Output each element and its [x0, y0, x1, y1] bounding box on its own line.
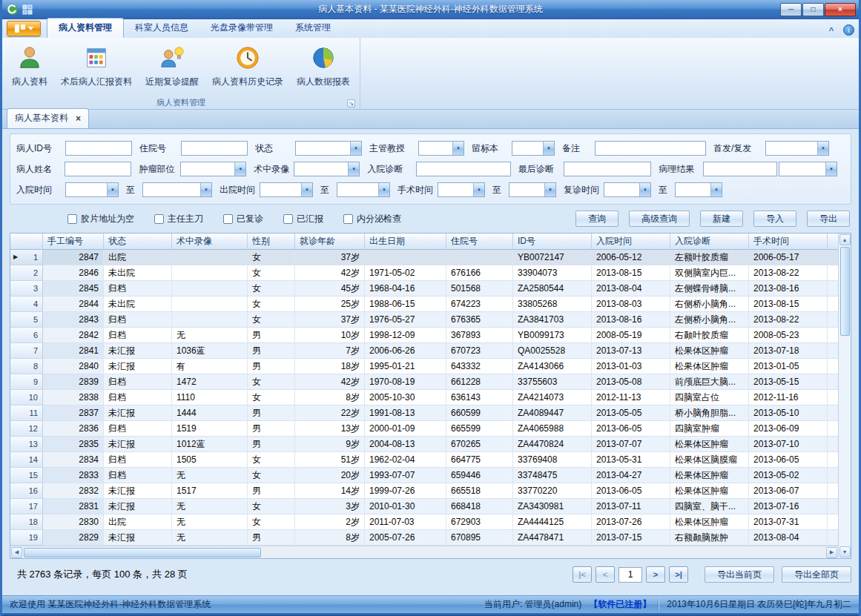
checkbox-icon[interactable] [154, 214, 164, 224]
checkbox-icon[interactable] [283, 214, 293, 224]
filter-input[interactable] [65, 141, 132, 156]
chevron-down-icon[interactable]: ▼ [825, 162, 837, 176]
vertical-scrollbar[interactable]: ▲ ▼ [838, 234, 851, 558]
filter-combo[interactable]: ▼ [604, 182, 651, 197]
action-button-4[interactable]: 导出 [807, 211, 850, 227]
filter-input[interactable] [416, 162, 511, 176]
chevron-down-icon[interactable]: ▼ [348, 162, 359, 176]
ribbon-tab-1[interactable]: 科室人员信息 [124, 19, 199, 38]
checkbox-option-3[interactable]: 已汇报 [283, 213, 323, 225]
table-row[interactable]: 22846未出院女42岁1971-05-02676166339040732013… [10, 265, 838, 281]
scroll-left-icon[interactable]: ◀ [11, 547, 22, 558]
checkbox-option-0[interactable]: 胶片地址为空 [67, 213, 134, 225]
ribbon-button-report[interactable]: 术后病人汇报资料 [54, 41, 139, 91]
checkbox-icon[interactable] [223, 214, 233, 224]
column-header-2[interactable]: 术中录像 [172, 234, 248, 250]
filter-combo[interactable]: ▼ [512, 141, 555, 156]
column-header-7[interactable]: ID号 [513, 234, 592, 250]
filter-combo[interactable]: ▼ [65, 182, 119, 197]
maximize-button[interactable]: □ [802, 3, 824, 16]
ribbon-button-chart[interactable]: 病人数据报表 [290, 41, 357, 91]
action-button-0[interactable]: 查询 [575, 211, 618, 227]
filter-combo[interactable]: ▼ [294, 162, 360, 176]
ribbon-tab-3[interactable]: 系统管理 [284, 19, 342, 38]
table-row[interactable]: 162832未汇报1517男14岁1999-07-266655183377022… [10, 483, 838, 499]
table-row[interactable]: 172831未汇报无女3岁2010-01-30668418ZA343098120… [10, 499, 838, 514]
chevron-down-icon[interactable]: ▼ [234, 162, 245, 176]
scroll-up-icon[interactable]: ▲ [839, 234, 851, 245]
table-row[interactable]: 142834归档1505女51岁1962-02-0466477533769408… [10, 452, 838, 468]
column-header-3[interactable]: 性别 [248, 234, 295, 250]
ribbon-tab-2[interactable]: 光盘录像带管理 [199, 19, 284, 38]
filter-input[interactable] [65, 162, 131, 176]
chevron-down-icon[interactable]: ▼ [301, 183, 312, 196]
action-button-1[interactable]: 高级查询 [629, 211, 690, 227]
minimize-button[interactable]: ─ [780, 3, 802, 16]
chevron-down-icon[interactable]: ▼ [710, 183, 722, 196]
chevron-down-icon[interactable]: ▼ [639, 183, 650, 196]
export-current-page-button[interactable]: 导出当前页 [705, 566, 774, 583]
quick-access-icon[interactable] [22, 4, 33, 15]
table-row[interactable]: 112837未汇报1444男22岁1991-08-13660599ZA40894… [10, 405, 838, 421]
filter-combo[interactable]: ▼ [142, 182, 212, 197]
pager-last-button[interactable]: >| [669, 566, 688, 583]
action-button-2[interactable]: 新建 [700, 211, 743, 227]
horizontal-scrollbar[interactable]: ◀ ▶ [10, 546, 838, 558]
table-row[interactable]: 52843归档女37岁1976-05-27676365ZA38417032013… [10, 312, 838, 328]
chevron-down-icon[interactable]: ▼ [817, 142, 828, 155]
column-header-6[interactable]: 住院号 [446, 234, 513, 250]
chevron-down-icon[interactable]: ▼ [543, 142, 554, 155]
table-row[interactable]: 42844未出院女25岁1988-06-15674223338052682013… [10, 297, 838, 312]
filter-combo[interactable]: ▼ [779, 162, 837, 176]
table-row[interactable]: 152833归档无女20岁1993-07-0765944633748475201… [10, 468, 838, 483]
filter-combo[interactable]: ▼ [295, 141, 362, 156]
table-row[interactable]: 72841未汇报1036蓝男7岁2006-06-26670723QA002552… [10, 343, 838, 359]
ribbon-button-remind[interactable]: 近期复诊提醒 [139, 41, 205, 91]
pager-next-button[interactable]: > [646, 566, 665, 583]
filter-combo[interactable]: ▼ [337, 182, 390, 197]
table-row[interactable]: 102838归档1110女8岁2005-10-30636143ZA4214073… [10, 390, 838, 405]
filter-combo[interactable]: ▼ [180, 162, 246, 176]
checkbox-icon[interactable] [67, 214, 77, 224]
scroll-down-icon[interactable]: ▼ [839, 546, 851, 557]
filter-input[interactable] [703, 162, 777, 176]
table-row[interactable]: 182830出院无女2岁2011-07-03672903ZA4444125201… [10, 514, 838, 530]
chevron-down-icon[interactable]: ▼ [544, 183, 555, 196]
pager-first-button[interactable]: |< [573, 566, 592, 583]
table-row[interactable]: 132835未汇报1012蓝男9岁2004-08-13670265ZA44708… [10, 437, 838, 452]
chevron-down-icon[interactable]: ▼ [378, 183, 389, 196]
table-row[interactable]: 92839归档1472女42岁1970-08-19661228337556032… [10, 374, 838, 390]
table-row[interactable]: ▶12847出院女37岁YB00721472006-05-12左额叶胶质瘤200… [10, 250, 838, 265]
filter-combo[interactable]: ▼ [418, 141, 464, 156]
filter-input[interactable] [564, 162, 651, 176]
ribbon-tab-0[interactable]: 病人资料管理 [47, 18, 124, 38]
horizontal-scroll-thumb[interactable] [24, 548, 261, 557]
filter-combo[interactable]: ▼ [765, 141, 829, 156]
tab-close-icon[interactable]: × [76, 115, 81, 122]
application-menu-button[interactable] [7, 21, 41, 36]
column-header-9[interactable]: 入院诊断 [670, 234, 749, 250]
column-header-8[interactable]: 入院时间 [592, 234, 670, 250]
filter-input[interactable] [181, 141, 248, 156]
column-header-4[interactable]: 就诊年龄 [295, 234, 365, 250]
chevron-down-icon[interactable]: ▼ [473, 183, 484, 196]
table-row[interactable]: 192829未汇报无男8岁2005-07-26670895ZA447847120… [10, 530, 838, 546]
table-row[interactable]: 32845归档女45岁1968-04-16501568ZA25805442013… [10, 281, 838, 297]
chevron-down-icon[interactable]: ▼ [200, 183, 211, 196]
dialog-launcher-icon[interactable]: ↘ [347, 99, 355, 107]
chevron-down-icon[interactable]: ▼ [107, 183, 118, 196]
filter-input[interactable] [595, 141, 706, 156]
chevron-down-icon[interactable]: ▼ [452, 142, 464, 155]
table-row[interactable]: 122836归档1519男13岁2000-01-09665599ZA406598… [10, 421, 838, 437]
vertical-scroll-thumb[interactable] [840, 247, 850, 336]
filter-combo[interactable]: ▼ [260, 182, 313, 197]
info-icon[interactable]: i [843, 24, 854, 36]
table-row[interactable]: 82840未汇报有男18岁1995-01-21643332ZA414306620… [10, 359, 838, 374]
export-all-pages-button[interactable]: 导出全部页 [782, 566, 851, 583]
checkbox-icon[interactable] [343, 214, 353, 224]
pager-prev-button[interactable]: < [596, 566, 615, 583]
scroll-right-icon[interactable]: ▶ [826, 547, 837, 558]
table-row[interactable]: 62842归档无男10岁1998-12-09367893YB0099173200… [10, 328, 838, 343]
checkbox-option-4[interactable]: 内分泌检查 [343, 213, 401, 225]
ribbon-button-history[interactable]: 病人资料历史记录 [205, 41, 290, 91]
